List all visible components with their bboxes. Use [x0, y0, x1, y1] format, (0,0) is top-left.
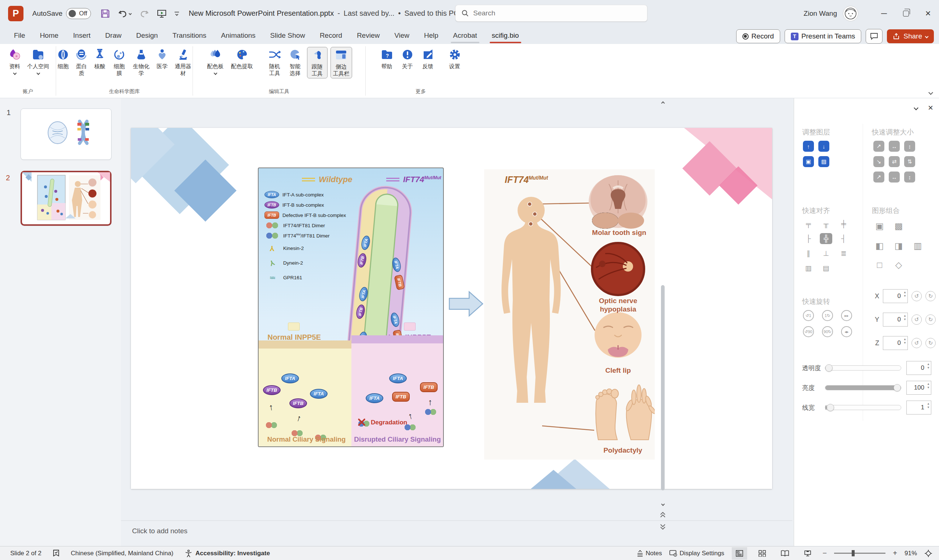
- about-button[interactable]: 关于: [397, 47, 418, 71]
- user-name[interactable]: Zion Wang: [804, 9, 837, 18]
- send-to-back-icon[interactable]: ▨: [818, 156, 830, 167]
- shrink-icon[interactable]: ↘: [873, 156, 884, 167]
- union-icon[interactable]: ◧: [874, 240, 885, 251]
- group-icon[interactable]: ▣: [874, 221, 885, 232]
- scroll-up-icon[interactable]: [659, 99, 667, 107]
- ribbon-tab[interactable]: Record: [313, 29, 350, 43]
- zoom-out-button[interactable]: −: [823, 549, 827, 557]
- widen-icon[interactable]: ↔: [889, 141, 900, 152]
- minimize-button[interactable]: ─: [873, 0, 895, 27]
- fit-to-window-icon[interactable]: [924, 549, 933, 557]
- rotate-cw-icon[interactable]: ↻: [925, 338, 936, 348]
- slide-canvas[interactable]: Wildtype IFT74Mut/Mut: [131, 128, 772, 489]
- record-button[interactable]: Record: [736, 29, 780, 43]
- slider-track[interactable]: [825, 405, 901, 410]
- save-icon[interactable]: [100, 9, 110, 18]
- slider-knob[interactable]: [825, 364, 833, 372]
- comments-button[interactable]: [866, 29, 882, 44]
- user-avatar[interactable]: [843, 6, 858, 21]
- rotate-left-1-icon[interactable]: ↺1: [803, 310, 814, 321]
- slider-knob[interactable]: [894, 384, 901, 391]
- nucleic-acid-button[interactable]: 核酸: [91, 47, 109, 71]
- collapse-ribbon-icon[interactable]: [928, 90, 933, 95]
- intersect-icon[interactable]: ◨: [893, 240, 904, 251]
- subtract-icon[interactable]: ▥: [912, 240, 923, 251]
- match-height-icon[interactable]: ↕: [904, 172, 915, 183]
- slider-track[interactable]: [825, 385, 901, 390]
- present-in-teams-button[interactable]: T Present in Teams: [785, 29, 861, 43]
- help-button[interactable]: ? 帮助: [377, 47, 397, 71]
- accessibility-status[interactable]: Accessibility: Investigate: [196, 550, 270, 557]
- side-toolbar-button[interactable]: 侧边 工具栏: [330, 47, 352, 78]
- axis-value-spinner[interactable]: 0 ▲▼: [883, 289, 908, 303]
- undo-icon[interactable]: [118, 9, 128, 18]
- vertical-scrollbar[interactable]: [660, 98, 665, 546]
- ribbon-tab[interactable]: Help: [417, 29, 446, 43]
- settings-button[interactable]: 设置: [444, 47, 465, 71]
- ungroup-icon[interactable]: ▩: [893, 221, 904, 232]
- rotate-ccw-icon[interactable]: ↺: [911, 314, 922, 325]
- send-backward-icon[interactable]: ↓: [818, 141, 830, 152]
- slide-sorter-view-button[interactable]: [754, 547, 770, 560]
- slider-value-spinner[interactable]: 100 ▲▼: [907, 381, 931, 395]
- ribbon-tab[interactable]: Animations: [214, 29, 263, 43]
- search-input[interactable]: [473, 9, 641, 17]
- next-slide-icon[interactable]: [659, 523, 667, 531]
- rotate-ccw-icon[interactable]: ↺: [911, 338, 922, 348]
- rotate-ccw-icon[interactable]: ↺: [911, 291, 922, 301]
- rotate-right-90-icon[interactable]: 90↻: [822, 326, 833, 337]
- share-button[interactable]: Share: [887, 29, 934, 43]
- zoom-slider-thumb[interactable]: [852, 550, 855, 556]
- ribbon-tab[interactable]: File: [6, 29, 32, 43]
- smart-select-button[interactable]: 智能 选择: [285, 47, 305, 78]
- color-extract-button[interactable]: 配色提取: [226, 47, 258, 71]
- align-right-icon[interactable]: ┤: [837, 233, 850, 244]
- notes-placeholder[interactable]: Click to add notes: [132, 527, 187, 535]
- language-indicator[interactable]: Chinese (Simplified, Mainland China): [71, 550, 174, 557]
- align-bottom-icon[interactable]: ⊥: [820, 248, 832, 259]
- redo-icon[interactable]: [139, 9, 149, 18]
- previous-slide-icon[interactable]: [659, 511, 667, 519]
- transition-arrow[interactable]: [449, 289, 484, 318]
- ribbon-tab[interactable]: Slide Show: [263, 29, 313, 43]
- restore-button[interactable]: [895, 0, 917, 27]
- flip-horizontal-icon[interactable]: ◂▸: [841, 326, 852, 337]
- follow-tool-button[interactable]: 跟随 工具: [307, 47, 328, 78]
- display-settings-button[interactable]: Display Settings: [669, 550, 725, 557]
- equipment-button[interactable]: 通用器材: [171, 47, 195, 78]
- slideshow-view-button[interactable]: [800, 547, 816, 560]
- equal-spacing-icon[interactable]: ≣: [837, 248, 850, 259]
- ribbon-tab[interactable]: Design: [129, 29, 165, 43]
- ribbon-tab[interactable]: scifig.bio: [484, 29, 526, 43]
- personal-space-button[interactable]: 个人空间: [25, 47, 51, 75]
- match-width-icon[interactable]: ↔: [889, 172, 900, 183]
- reading-view-button[interactable]: [777, 547, 793, 560]
- slider-knob[interactable]: [827, 404, 834, 411]
- slide-thumbnail-1[interactable]: [20, 108, 111, 160]
- biochemistry-button[interactable]: 生物化学: [130, 47, 153, 78]
- distribute-h-icon[interactable]: ∥: [802, 248, 815, 259]
- slide-indicator[interactable]: Slide 2 of 2: [10, 550, 42, 557]
- start-slideshow-icon[interactable]: [157, 9, 167, 18]
- ribbon-tab[interactable]: Acrobat: [446, 29, 484, 43]
- ribbon-tab[interactable]: Review: [350, 29, 387, 43]
- slide-thumbnail-2[interactable]: [20, 171, 111, 226]
- autosave-toggle[interactable]: Off: [66, 8, 91, 19]
- swap-icon[interactable]: ◇: [893, 260, 904, 271]
- feedback-button[interactable]: 反馈: [418, 47, 438, 71]
- palette-button[interactable]: 配色板: [205, 47, 226, 75]
- fragment-icon[interactable]: □: [874, 260, 885, 271]
- bring-forward-icon[interactable]: ↑: [803, 141, 814, 152]
- stretch-v-icon[interactable]: ▤: [820, 262, 832, 274]
- protein-button[interactable]: 蛋白质: [72, 47, 91, 78]
- spellcheck-icon[interactable]: [52, 549, 60, 557]
- close-panel-icon[interactable]: ×: [928, 103, 933, 112]
- zoom-slider[interactable]: [834, 553, 885, 554]
- align-middle-icon[interactable]: ╥: [820, 218, 832, 229]
- ribbon-tab[interactable]: Insert: [66, 29, 98, 43]
- zoom-level[interactable]: 91%: [905, 550, 917, 557]
- notes-toggle[interactable]: Notes: [637, 550, 662, 557]
- ribbon-tab[interactable]: View: [387, 29, 417, 43]
- rotate-cw-icon[interactable]: ↻: [925, 291, 936, 301]
- zoom-in-button[interactable]: +: [893, 549, 897, 557]
